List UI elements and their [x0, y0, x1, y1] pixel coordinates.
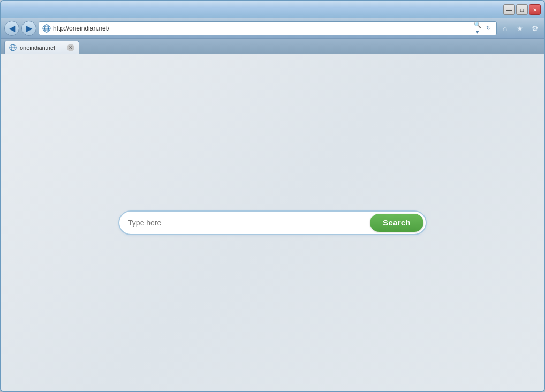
tab-bar: oneindian.net ✕	[1, 39, 544, 54]
refresh-icon: ↻	[486, 25, 491, 32]
minimize-button[interactable]: —	[503, 4, 515, 15]
address-bar: 🔍▾ ↻	[39, 21, 497, 35]
home-button[interactable]: ⌂	[499, 22, 511, 34]
back-icon: ◀	[9, 24, 15, 33]
gear-icon: ⚙	[532, 24, 539, 33]
search-input[interactable]	[124, 214, 370, 232]
back-button[interactable]: ◀	[4, 21, 19, 36]
search-container: Search	[118, 210, 427, 235]
maximize-button[interactable]: □	[516, 4, 528, 15]
search-button[interactable]: Search	[370, 214, 423, 232]
star-icon: ★	[517, 24, 524, 33]
page-content: Search	[1, 54, 544, 391]
window-controls: — □ ✕	[503, 4, 541, 15]
close-button[interactable]: ✕	[529, 4, 541, 15]
refresh-button[interactable]: ↻	[483, 24, 493, 33]
nav-right-icons: ⌂ ★ ⚙	[499, 22, 541, 34]
browser-tab[interactable]: oneindian.net ✕	[4, 41, 79, 54]
settings-button[interactable]: ⚙	[529, 22, 541, 34]
tab-close-button[interactable]: ✕	[67, 44, 74, 51]
search-form: Search	[118, 210, 427, 235]
navigation-bar: ◀ ▶ 🔍▾ ↻	[1, 18, 544, 39]
favorites-button[interactable]: ★	[514, 22, 526, 34]
tab-title: oneindian.net	[20, 44, 55, 51]
title-bar: — □ ✕	[1, 1, 544, 18]
ie-icon	[42, 24, 51, 33]
forward-icon: ▶	[26, 24, 32, 33]
address-actions: 🔍▾ ↻	[473, 24, 493, 33]
forward-button[interactable]: ▶	[21, 21, 36, 36]
browser-window: — □ ✕ ◀ ▶	[0, 0, 545, 392]
home-icon: ⌂	[503, 24, 507, 33]
address-search-button[interactable]: 🔍▾	[473, 24, 482, 33]
address-search-icon: 🔍▾	[473, 21, 482, 35]
tab-ie-icon	[9, 44, 17, 51]
address-input[interactable]	[53, 25, 471, 32]
